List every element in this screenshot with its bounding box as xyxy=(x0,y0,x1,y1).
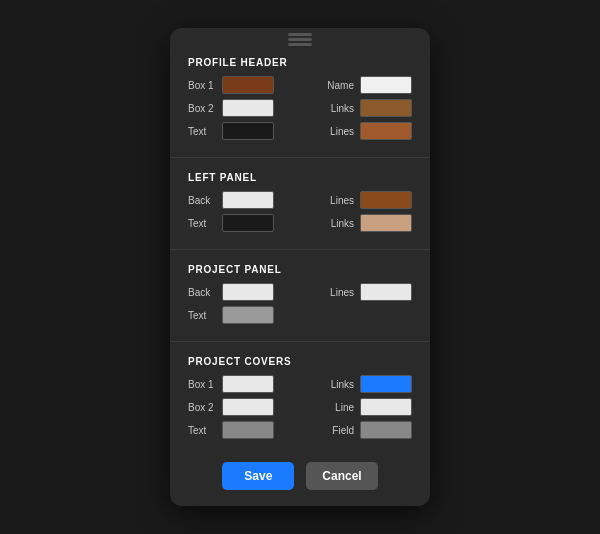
dialog-footer: Save Cancel xyxy=(170,452,430,490)
row-left-panel-1: TextLinks xyxy=(188,214,412,232)
row-left-panel-0: BackLines xyxy=(188,191,412,209)
row-project-covers-2: TextField xyxy=(188,421,412,439)
section-project-covers: PROJECT COVERSBox 1LinksBox 2LineTextFie… xyxy=(170,346,430,452)
section-project-panel: PROJECT PANELBackLinesText xyxy=(170,254,430,337)
color-box-left[interactable] xyxy=(222,283,274,301)
row-profile-header-1: Box 2Links xyxy=(188,99,412,117)
row-label-left: Box 1 xyxy=(188,80,222,91)
color-box-right[interactable] xyxy=(360,191,412,209)
right-pair: Links xyxy=(324,375,412,393)
color-box-left[interactable] xyxy=(222,76,274,94)
row-label-left: Box 2 xyxy=(188,103,222,114)
right-pair: Name xyxy=(324,76,412,94)
right-pair: Lines xyxy=(324,283,412,301)
right-pair: Lines xyxy=(324,122,412,140)
row-label-left: Back xyxy=(188,195,222,206)
drag-handle-icon xyxy=(288,38,312,41)
section-divider xyxy=(170,341,430,342)
section-title-left-panel: LEFT PANEL xyxy=(188,172,412,183)
cancel-button[interactable]: Cancel xyxy=(306,462,377,490)
drag-handle[interactable] xyxy=(170,28,430,47)
color-box-right[interactable] xyxy=(360,375,412,393)
color-box-left[interactable] xyxy=(222,306,274,324)
row-label-right: Lines xyxy=(324,287,354,298)
row-label-right: Links xyxy=(324,218,354,229)
right-pair: Line xyxy=(324,398,412,416)
right-pair: Field xyxy=(324,421,412,439)
right-pair: Lines xyxy=(324,191,412,209)
section-divider xyxy=(170,157,430,158)
color-box-left[interactable] xyxy=(222,191,274,209)
save-button[interactable]: Save xyxy=(222,462,294,490)
color-box-right[interactable] xyxy=(360,398,412,416)
section-title-project-panel: PROJECT PANEL xyxy=(188,264,412,275)
section-title-project-covers: PROJECT COVERS xyxy=(188,356,412,367)
color-box-left[interactable] xyxy=(222,398,274,416)
row-label-right: Lines xyxy=(324,195,354,206)
row-label-left: Text xyxy=(188,218,222,229)
row-label-left: Text xyxy=(188,126,222,137)
row-label-left: Text xyxy=(188,310,222,321)
right-pair: Links xyxy=(324,99,412,117)
color-box-right[interactable] xyxy=(360,99,412,117)
row-project-panel-0: BackLines xyxy=(188,283,412,301)
row-label-right: Line xyxy=(324,402,354,413)
color-box-right[interactable] xyxy=(360,76,412,94)
section-left-panel: LEFT PANELBackLinesTextLinks xyxy=(170,162,430,245)
row-label-left: Box 2 xyxy=(188,402,222,413)
color-box-right[interactable] xyxy=(360,214,412,232)
right-pair: Links xyxy=(324,214,412,232)
row-project-panel-1: Text xyxy=(188,306,412,324)
row-label-left: Text xyxy=(188,425,222,436)
row-label-right: Name xyxy=(324,80,354,91)
row-label-right: Field xyxy=(324,425,354,436)
color-box-right[interactable] xyxy=(360,283,412,301)
section-title-profile-header: PROFILE HEADER xyxy=(188,57,412,68)
row-label-right: Links xyxy=(324,103,354,114)
row-label-left: Back xyxy=(188,287,222,298)
section-profile-header: PROFILE HEADERBox 1NameBox 2LinksTextLin… xyxy=(170,47,430,153)
color-box-right[interactable] xyxy=(360,122,412,140)
color-box-left[interactable] xyxy=(222,99,274,117)
section-divider xyxy=(170,249,430,250)
row-label-right: Lines xyxy=(324,126,354,137)
color-box-left[interactable] xyxy=(222,375,274,393)
color-box-right[interactable] xyxy=(360,421,412,439)
color-box-left[interactable] xyxy=(222,214,274,232)
row-profile-header-2: TextLines xyxy=(188,122,412,140)
color-box-left[interactable] xyxy=(222,122,274,140)
row-project-covers-0: Box 1Links xyxy=(188,375,412,393)
color-settings-dialog: PROFILE HEADERBox 1NameBox 2LinksTextLin… xyxy=(170,28,430,506)
row-label-left: Box 1 xyxy=(188,379,222,390)
row-project-covers-1: Box 2Line xyxy=(188,398,412,416)
row-label-right: Links xyxy=(324,379,354,390)
color-box-left[interactable] xyxy=(222,421,274,439)
row-profile-header-0: Box 1Name xyxy=(188,76,412,94)
